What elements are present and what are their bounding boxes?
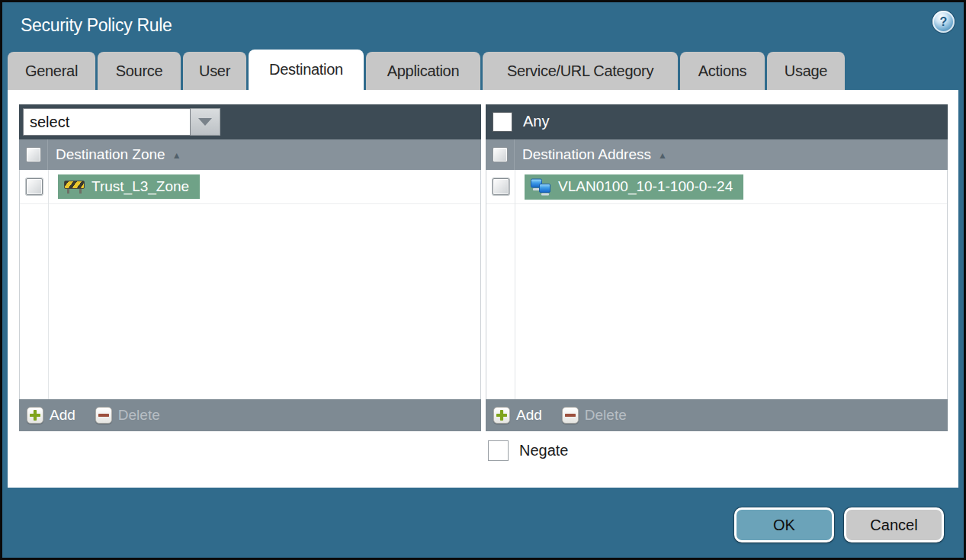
minus-icon: [562, 407, 579, 424]
minus-icon: [95, 407, 112, 424]
zone-select-all-checkbox[interactable]: [26, 147, 41, 162]
negate-option: Negate: [488, 440, 569, 461]
zone-header-checkbox-cell: [19, 139, 48, 170]
zone-icon: [64, 180, 85, 194]
tab-general[interactable]: General: [8, 52, 95, 90]
zone-row-checkbox-cell: [20, 178, 49, 195]
destination-tab-content: Destination Zone ▲ Trust_L3_Zone: [8, 90, 958, 488]
zone-select-dropdown-button[interactable]: [191, 108, 220, 136]
ok-button[interactable]: OK: [734, 507, 834, 542]
plus-icon: [493, 407, 510, 424]
help-icon[interactable]: ?: [932, 11, 955, 33]
cancel-button[interactable]: Cancel: [844, 507, 944, 542]
address-row-checkbox-cell: [486, 178, 515, 195]
address-item-label: VLAN0100_10-1-100-0--24: [558, 178, 733, 195]
zone-select-combobox: [23, 108, 220, 136]
delete-zone-button[interactable]: Delete: [95, 407, 160, 424]
any-label: Any: [523, 113, 549, 130]
zone-item-label: Trust_L3_Zone: [91, 178, 189, 195]
zone-column-label: Destination Zone: [56, 146, 165, 163]
chevron-down-icon: [198, 118, 212, 126]
security-policy-rule-dialog: Security Policy Rule ? General Source Us…: [0, 0, 966, 560]
sort-ascending-icon: ▲: [658, 149, 667, 161]
address-any-bar: Any: [486, 104, 948, 139]
address-item[interactable]: VLAN0100_10-1-100-0--24: [525, 174, 743, 200]
zone-panel-footer: Add Delete: [19, 399, 481, 431]
any-checkbox[interactable]: [493, 112, 512, 132]
table-row: Trust_L3_Zone: [20, 170, 480, 204]
delete-address-label: Delete: [585, 407, 627, 424]
tab-strip: General Source User Destination Applicat…: [8, 50, 845, 90]
address-select-all-checkbox[interactable]: [493, 147, 508, 162]
zone-select-input[interactable]: [23, 108, 191, 136]
title-bar: Security Policy Rule ?: [2, 2, 964, 52]
zone-item[interactable]: Trust_L3_Zone: [58, 174, 200, 199]
tab-application[interactable]: Application: [366, 52, 480, 90]
sort-ascending-icon: ▲: [172, 149, 181, 161]
destination-address-panel: Any Destination Address ▲: [486, 104, 948, 431]
address-table-body: VLAN0100_10-1-100-0--24: [486, 170, 948, 399]
delete-address-button[interactable]: Delete: [562, 407, 627, 424]
add-zone-button[interactable]: Add: [27, 407, 75, 424]
delete-zone-label: Delete: [118, 407, 160, 424]
table-row: VLAN0100_10-1-100-0--24: [486, 170, 947, 204]
tab-destination[interactable]: Destination: [249, 50, 364, 90]
zone-select-bar: [19, 104, 481, 139]
address-table-header: Destination Address ▲: [486, 139, 948, 170]
tab-source[interactable]: Source: [98, 52, 181, 90]
zone-table-header: Destination Zone ▲: [19, 139, 481, 170]
address-column-label: Destination Address: [522, 146, 651, 163]
address-row-checkbox[interactable]: [493, 178, 509, 195]
network-icon: [531, 178, 551, 196]
add-zone-label: Add: [50, 407, 75, 424]
add-address-button[interactable]: Add: [493, 407, 542, 424]
tab-usage[interactable]: Usage: [767, 52, 845, 90]
plus-icon: [27, 407, 43, 424]
tab-actions[interactable]: Actions: [680, 52, 765, 90]
zone-row-checkbox[interactable]: [26, 178, 43, 195]
add-address-label: Add: [516, 407, 542, 424]
address-column-header[interactable]: Destination Address ▲: [522, 139, 667, 170]
address-header-checkbox-cell: [486, 139, 515, 170]
zone-table-body: Trust_L3_Zone: [19, 170, 481, 399]
address-panel-footer: Add Delete: [486, 399, 948, 431]
negate-label: Negate: [519, 442, 569, 459]
dialog-title: Security Policy Rule: [21, 15, 172, 36]
tab-user[interactable]: User: [183, 52, 246, 90]
negate-checkbox[interactable]: [488, 440, 509, 461]
destination-zone-panel: Destination Zone ▲ Trust_L3_Zone: [19, 104, 481, 431]
tab-service-url-category[interactable]: Service/URL Category: [483, 52, 678, 90]
zone-column-header[interactable]: Destination Zone ▲: [56, 139, 181, 170]
